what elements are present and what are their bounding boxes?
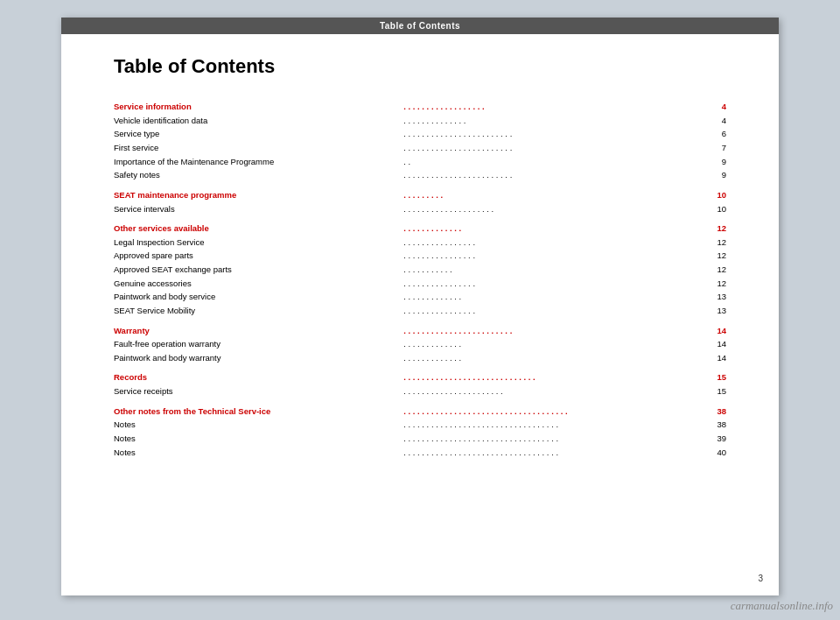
toc-row: Vehicle identification data . . . . . . … <box>114 113 726 127</box>
toc-page: 12 <box>700 235 726 249</box>
toc-label: Safety notes <box>114 168 403 182</box>
toc-page: 38 <box>700 398 726 418</box>
toc-dots: . . . . . . . . . . . . . . . . . . . . … <box>403 398 700 418</box>
header-label: Table of Contents <box>380 21 460 31</box>
toc-label: Importance of the Maintenance Programme <box>114 155 403 169</box>
toc-label: Paintwork and body warranty <box>114 351 403 365</box>
toc-page: 14 <box>700 351 726 365</box>
toc-label: Fault-free operation warranty <box>114 337 403 351</box>
toc-row: Importance of the Maintenance Programme … <box>114 155 726 169</box>
toc-page: 40 <box>700 445 726 459</box>
toc-row: Service type . . . . . . . . . . . . . .… <box>114 127 726 141</box>
toc-row: SEAT maintenance programme . . . . . . .… <box>114 182 726 201</box>
toc-row: Notes . . . . . . . . . . . . . . . . . … <box>114 445 726 459</box>
toc-dots: . . . . . . . . . . . . . . . . . . . . … <box>403 364 700 384</box>
toc-page: 4 <box>700 94 726 113</box>
toc-row: Notes . . . . . . . . . . . . . . . . . … <box>114 432 726 446</box>
toc-row: Other notes from the Technical Serv-ice … <box>114 398 726 418</box>
content: Table of Contents Service information . … <box>61 34 779 494</box>
toc-dots: . . <box>403 155 700 169</box>
toc-dots: . . . . . . . . . . . . . . . . <box>403 235 700 249</box>
toc-label: Service intervals <box>114 201 403 215</box>
toc-page: 14 <box>700 318 726 337</box>
toc-label: Service receipts <box>114 384 403 398</box>
toc-label: Genuine accessories <box>114 277 403 291</box>
toc-label: Legal Inspection Service <box>114 235 403 249</box>
page-number: 3 <box>758 574 763 583</box>
toc-label: SEAT maintenance programme <box>114 182 403 201</box>
toc-dots: . . . . . . . . . . . <box>403 263 700 277</box>
toc-page: 13 <box>700 290 726 304</box>
watermark: carmanualsonline.info <box>731 599 833 613</box>
toc-page: 12 <box>700 215 726 235</box>
toc-page: 12 <box>700 249 726 263</box>
toc-label: Warranty <box>114 318 403 337</box>
toc-row: Service receipts . . . . . . . . . . . .… <box>114 384 726 398</box>
toc-label: Approved SEAT exchange parts <box>114 263 403 277</box>
toc-page: 4 <box>700 113 726 127</box>
toc-label: Vehicle identification data <box>114 113 403 127</box>
toc-row: Paintwork and body service . . . . . . .… <box>114 290 726 304</box>
toc-dots: . . . . . . . . . . . . . . . . . . . . … <box>403 384 700 398</box>
toc-label: Service information <box>114 94 403 113</box>
toc-dots: . . . . . . . . . . . . . . . . . . . . … <box>403 418 700 432</box>
toc-dots: . . . . . . . . . . . . . . . . . . . . … <box>403 141 700 155</box>
toc-page: 39 <box>700 432 726 446</box>
toc-dots: . . . . . . . . . . . . . . . . <box>403 277 700 291</box>
page-title: Table of Contents <box>114 55 726 78</box>
toc-dots: . . . . . . . . . . . . . . . . . . . . <box>403 201 700 215</box>
toc-row: Approved SEAT exchange parts . . . . . .… <box>114 263 726 277</box>
toc-page: 12 <box>700 277 726 291</box>
toc-row: Other services available . . . . . . . .… <box>114 215 726 235</box>
toc-label: Other services available <box>114 215 403 235</box>
toc-dots: . . . . . . . . . . . . . . . . . . <box>403 94 700 113</box>
toc-row: Fault-free operation warranty . . . . . … <box>114 337 726 351</box>
toc-page: 9 <box>700 155 726 169</box>
toc-dots: . . . . . . . . . . . . . <box>403 215 700 235</box>
toc-dots: . . . . . . . . . . . . . . . . . . . . … <box>403 127 700 141</box>
toc-dots: . . . . . . . . . . . . . . . . . . . . … <box>403 432 700 446</box>
toc-dots: . . . . . . . . . . . . . <box>403 351 700 365</box>
toc-label: Paintwork and body service <box>114 290 403 304</box>
toc-label: First service <box>114 141 403 155</box>
toc-table: Service information . . . . . . . . . . … <box>114 94 726 459</box>
toc-label: Notes <box>114 432 403 446</box>
toc-row: Approved spare parts . . . . . . . . . .… <box>114 249 726 263</box>
toc-row: Notes . . . . . . . . . . . . . . . . . … <box>114 418 726 432</box>
toc-page: 9 <box>700 168 726 182</box>
toc-row: Records . . . . . . . . . . . . . . . . … <box>114 364 726 384</box>
toc-page: 15 <box>700 384 726 398</box>
toc-dots: . . . . . . . . . . . . . . . . . . . . … <box>403 445 700 459</box>
toc-label: Other notes from the Technical Serv-ice <box>114 398 403 418</box>
toc-label: Notes <box>114 445 403 459</box>
toc-page: 38 <box>700 418 726 432</box>
toc-dots: . . . . . . . . . <box>403 182 700 201</box>
toc-page: 6 <box>700 127 726 141</box>
toc-dots: . . . . . . . . . . . . . . . . . . . . … <box>403 168 700 182</box>
toc-row: Paintwork and body warranty . . . . . . … <box>114 351 726 365</box>
toc-label: SEAT Service Mobility <box>114 304 403 318</box>
page-container: Table of Contents Table of Contents Serv… <box>61 18 779 595</box>
toc-dots: . . . . . . . . . . . . . . . . <box>403 304 700 318</box>
toc-dots: . . . . . . . . . . . . . . <box>403 113 700 127</box>
toc-row: Legal Inspection Service . . . . . . . .… <box>114 235 726 249</box>
toc-label: Approved spare parts <box>114 249 403 263</box>
toc-page: 7 <box>700 141 726 155</box>
toc-row: Service information . . . . . . . . . . … <box>114 94 726 113</box>
toc-row: Genuine accessories . . . . . . . . . . … <box>114 277 726 291</box>
toc-row: Safety notes . . . . . . . . . . . . . .… <box>114 168 726 182</box>
toc-page: 10 <box>700 201 726 215</box>
toc-row: SEAT Service Mobility . . . . . . . . . … <box>114 304 726 318</box>
toc-row: Service intervals . . . . . . . . . . . … <box>114 201 726 215</box>
toc-page: 15 <box>700 364 726 384</box>
toc-page: 12 <box>700 263 726 277</box>
toc-row: Warranty . . . . . . . . . . . . . . . .… <box>114 318 726 337</box>
toc-dots: . . . . . . . . . . . . . <box>403 290 700 304</box>
header-bar: Table of Contents <box>61 18 779 34</box>
toc-row: First service . . . . . . . . . . . . . … <box>114 141 726 155</box>
toc-dots: . . . . . . . . . . . . . <box>403 337 700 351</box>
toc-label: Notes <box>114 418 403 432</box>
toc-label: Service type <box>114 127 403 141</box>
toc-label: Records <box>114 364 403 384</box>
toc-page: 10 <box>700 182 726 201</box>
